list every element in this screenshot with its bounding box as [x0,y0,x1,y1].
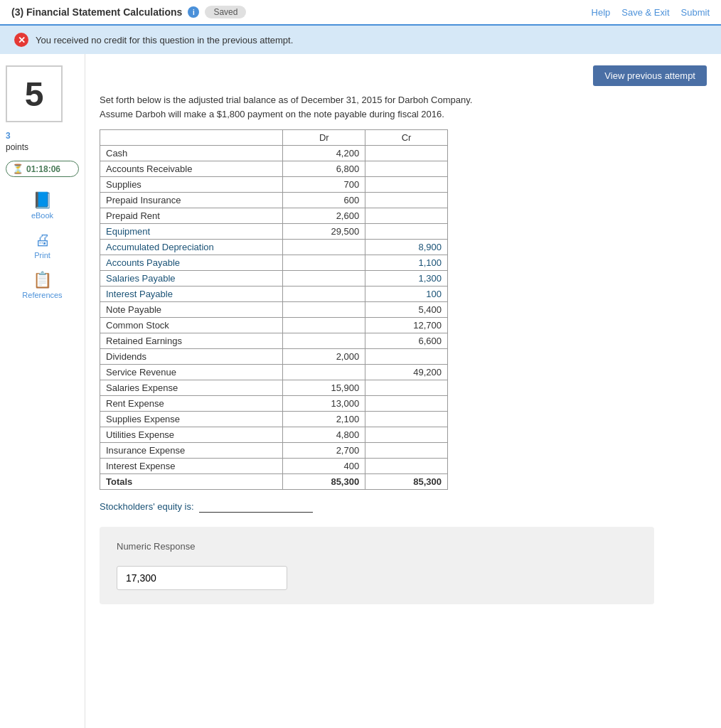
table-row: Accounts Payable1,100 [100,255,448,271]
cr-value: 6,600 [365,333,448,349]
points-value: points [6,142,79,152]
cr-value: 100 [365,287,448,302]
top-bar-right: Help Save & Exit Submit [592,7,710,18]
table-row: Insurance Expense2,700 [100,443,448,459]
dr-value: 13,000 [283,396,365,412]
dr-value: 4,200 [283,146,365,161]
cr-value [365,349,448,365]
col-dr: Dr [283,130,365,146]
cr-value [365,380,448,396]
trial-balance-table: Dr Cr Cash4,200Accounts Receivable6,800S… [100,129,448,490]
alert-bar: ✕ You received no credit for this questi… [0,26,721,54]
sidebar-tool-print[interactable]: 🖨 Print [6,231,79,259]
cr-value: 1,300 [365,271,448,287]
equity-blank [199,501,313,513]
table-row: Utilities Expense4,800 [100,427,448,443]
account-label: Cash [100,146,283,161]
account-label: Salaries Expense [100,380,283,396]
account-label: Service Revenue [100,365,283,380]
cr-value: 1,100 [365,255,448,271]
account-label: Supplies Expense [100,412,283,427]
account-label: Supplies [100,177,283,193]
account-label: Prepaid Insurance [100,193,283,208]
table-row: Dividends2,000 [100,349,448,365]
dr-value: 600 [283,193,365,208]
cr-value [365,443,448,459]
cr-value [365,427,448,443]
dr-value: 29,500 [283,224,365,240]
account-label: Salaries Payable [100,271,283,287]
table-row: Totals85,30085,300 [100,474,448,490]
alert-text: You received no credit for this question… [36,35,293,46]
table-row: Salaries Expense15,900 [100,380,448,396]
equity-line: Stockholders' equity is: [100,501,707,513]
account-label: Totals [100,474,283,490]
top-bar: (3) Financial Statement Calculations i S… [0,0,721,26]
dr-value [283,287,365,302]
table-row: Note Payable5,400 [100,302,448,318]
dr-value [283,302,365,318]
question-text-line1: Set forth below is the adjusted trial ba… [100,95,472,105]
account-label: Note Payable [100,302,283,318]
cr-value: 85,300 [365,474,448,490]
help-link[interactable]: Help [592,7,611,18]
numeric-response-container: Numeric Response [100,527,654,604]
page-title: (3) Financial Statement Calculations [11,6,182,18]
table-row: Retained Earnings6,600 [100,333,448,349]
print-label: Print [34,251,50,259]
sidebar-tool-references[interactable]: 📋 References [6,271,79,299]
info-icon[interactable]: i [188,6,199,18]
references-label: References [22,291,62,299]
table-row: Supplies700 [100,177,448,193]
dr-value [283,271,365,287]
dr-value [283,365,365,380]
cr-value: 5,400 [365,302,448,318]
table-row: Service Revenue49,200 [100,365,448,380]
sidebar-tool-ebook[interactable]: 📘 eBook [6,191,79,220]
submit-link[interactable]: Submit [681,7,710,18]
table-row: Cash4,200 [100,146,448,161]
cr-value [365,459,448,474]
dr-value: 15,900 [283,380,365,396]
account-label: Dividends [100,349,283,365]
table-row: Accumulated Depreciation8,900 [100,240,448,255]
print-icon: 🖨 [35,231,50,250]
numeric-response-input[interactable] [117,566,287,590]
references-icon: 📋 [33,271,52,289]
account-label: Insurance Expense [100,443,283,459]
col-account [100,130,283,146]
top-bar-left: (3) Financial Statement Calculations i S… [11,6,246,18]
dr-value: 2,100 [283,412,365,427]
table-row: Equipment29,500 [100,224,448,240]
dr-value [283,255,365,271]
dr-value: 700 [283,177,365,193]
question-text-line2: Assume Darboh will make a $1,800 payment… [100,109,444,119]
timer-icon: ⏳ [12,164,23,174]
dr-value: 2,600 [283,208,365,224]
table-row: Interest Payable100 [100,287,448,302]
table-row: Interest Expense400 [100,459,448,474]
equity-label: Stockholders' equity is: [100,501,194,512]
dr-value: 400 [283,459,365,474]
account-label: Accounts Receivable [100,161,283,177]
cr-value: 49,200 [365,365,448,380]
view-previous-attempt-button[interactable]: View previous attempt [593,65,707,86]
table-row: Prepaid Rent2,600 [100,208,448,224]
cr-value [365,146,448,161]
table-row: Rent Expense13,000 [100,396,448,412]
account-label: Utilities Expense [100,427,283,443]
main-layout: 5 3 points ⏳ 01:18:06 📘 eBook 🖨 Print 📋 … [0,54,721,728]
cr-value [365,208,448,224]
save-exit-link[interactable]: Save & Exit [621,7,669,18]
account-label: Accumulated Depreciation [100,240,283,255]
account-label: Equipment [100,224,283,240]
table-row: Accounts Receivable6,800 [100,161,448,177]
ebook-label: eBook [31,211,53,220]
account-label: Interest Expense [100,459,283,474]
col-cr: Cr [365,130,448,146]
account-label: Common Stock [100,318,283,333]
cr-value [365,396,448,412]
cr-value [365,193,448,208]
ebook-icon: 📘 [33,191,52,210]
table-row: Common Stock12,700 [100,318,448,333]
